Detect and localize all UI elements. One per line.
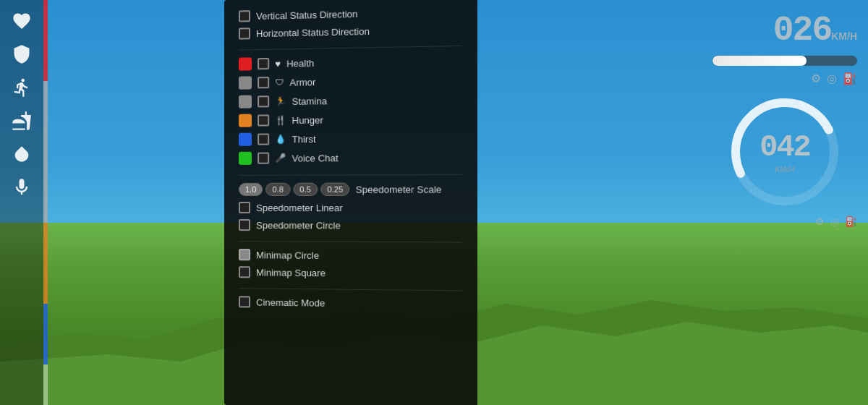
left-hud — [0, 0, 43, 405]
health-checkbox[interactable] — [258, 58, 269, 69]
stamina-row: 🏃 Stamina — [239, 93, 461, 108]
minimap-square-row: Minimap Square — [239, 266, 461, 280]
armor-color[interactable] — [239, 76, 252, 89]
hunger-label: Hunger — [292, 114, 323, 126]
speedometer-linear-row: Speedometer Linear — [239, 202, 461, 213]
settings-panel: Vertical Status Direction Horizontal Sta… — [224, 0, 477, 405]
armor-icon: 🛡 — [275, 77, 284, 88]
horizontal-status-row: Horizontal Status Direction — [239, 23, 461, 40]
armor-bar — [43, 81, 48, 162]
speed-circle-container: 042 KM/H — [727, 94, 843, 210]
voice-bar — [43, 364, 48, 405]
thirst-icon: 💧 — [275, 134, 286, 144]
cinematic-mode-row: Cinematic Mode — [239, 296, 461, 310]
speedometer-circle-row: Speedometer Circle — [239, 219, 461, 231]
minimap-circle-label: Minimap Circle — [256, 250, 319, 261]
separator-2 — [239, 174, 461, 176]
thirst-row: 💧 Thirst — [239, 131, 461, 146]
right-hud: 026KM/H ⚙ ◎ ⛽ 042 KM/H ⚙ ◎ ⛽ — [702, 0, 868, 405]
cinematic-mode-label: Cinematic Mode — [256, 297, 325, 308]
speedometer-section: 1.0 0.8 0.5 0.25 Speedometer Scale Speed… — [239, 182, 461, 231]
vehicle-icons-bottom: ⚙ ◎ ⛽ — [712, 216, 857, 227]
speedometer-linear-label: Speedometer Linear — [256, 202, 343, 213]
stamina-bar — [43, 162, 48, 223]
stamina-checkbox[interactable] — [258, 95, 269, 107]
scale-05-button[interactable]: 0.5 — [293, 183, 318, 196]
hunger-checkbox[interactable] — [258, 114, 269, 126]
speed-value-top: 026 — [773, 11, 831, 50]
vertical-status-label: Vertical Status Direction — [256, 8, 357, 21]
scale-08-button[interactable]: 0.8 — [265, 183, 290, 196]
hunger-bar — [43, 223, 48, 304]
status-bars — [43, 0, 48, 405]
health-icon: ♥ — [275, 58, 281, 69]
scale-buttons-group: 1.0 0.8 0.5 0.25 — [239, 183, 350, 196]
armor-row: 🛡 Armor — [239, 73, 461, 90]
hunger-row: 🍴 Hunger — [239, 111, 461, 127]
hunger-color[interactable] — [239, 114, 252, 127]
speed-bar-fill — [712, 56, 807, 66]
thirst-label: Thirst — [292, 133, 316, 144]
stamina-icon — [12, 77, 32, 98]
misc-section: Cinematic Mode — [239, 296, 461, 310]
speed-digital-center: 042 KM/H — [760, 130, 810, 174]
speed-unit-top: KM/H — [831, 30, 857, 42]
minimap-square-label: Minimap Square — [256, 267, 326, 278]
armor-icon — [12, 44, 32, 64]
fuel-icon-bottom: ⛽ — [845, 216, 857, 227]
minimap-circle-row: Minimap Circle — [239, 249, 461, 262]
speed-value-center: 042 — [760, 130, 810, 165]
speedometer-circle-label: Speedometer Circle — [256, 220, 341, 231]
separator-4 — [239, 288, 461, 291]
vehicle-icons-top: ⚙ ◎ ⛽ — [712, 72, 857, 85]
hunger-icon — [12, 111, 32, 131]
headlight-icon-bottom: ◎ — [830, 216, 839, 227]
fuel-icon: ⛽ — [843, 72, 857, 85]
vertical-status-checkbox[interactable] — [239, 10, 250, 22]
thirst-icon — [12, 144, 32, 164]
thirst-checkbox[interactable] — [258, 133, 269, 145]
speed-bar-container — [712, 56, 857, 66]
horizontal-status-label: Horizontal Status Direction — [256, 25, 370, 38]
minimap-circle-checkbox[interactable] — [239, 249, 250, 260]
speedometer-circle-checkbox[interactable] — [239, 219, 250, 231]
voice-checkbox[interactable] — [258, 153, 269, 164]
scale-1-button[interactable]: 1.0 — [239, 183, 263, 196]
voice-chat-row: 🎤 Voice Chat — [239, 150, 461, 165]
separator-3 — [239, 241, 461, 242]
speedometer-scale-row: 1.0 0.8 0.5 0.25 Speedometer Scale — [239, 182, 461, 196]
status-indicators-section: ♥ Health 🛡 Armor 🏃 Stamina 🍴 Hunger — [239, 54, 461, 165]
minimap-section: Minimap Circle Minimap Square — [239, 249, 461, 280]
horizontal-status-checkbox[interactable] — [239, 27, 250, 39]
minimap-square-checkbox[interactable] — [239, 266, 250, 278]
voice-label: Voice Chat — [292, 153, 339, 164]
speedometer-scale-label: Speedometer Scale — [356, 184, 442, 195]
hunger-icon: 🍴 — [275, 115, 286, 125]
headlight-icon: ◎ — [827, 72, 837, 85]
voice-icon — [12, 177, 32, 197]
engine-icon-bottom: ⚙ — [815, 216, 825, 227]
heart-icon — [12, 11, 32, 31]
health-label: Health — [286, 57, 314, 69]
health-color[interactable] — [239, 57, 252, 70]
status-direction-section: Vertical Status Direction Horizontal Sta… — [239, 5, 461, 39]
thirst-color[interactable] — [239, 133, 252, 146]
stamina-color[interactable] — [239, 95, 252, 108]
stamina-icon: 🏃 — [275, 96, 286, 106]
thirst-bar — [43, 304, 48, 364]
armor-label: Armor — [289, 77, 315, 88]
vertical-status-row: Vertical Status Direction — [239, 5, 461, 22]
engine-icon: ⚙ — [811, 72, 821, 85]
speed-digital-top: 026KM/H — [712, 11, 857, 50]
separator-1 — [239, 46, 461, 51]
armor-checkbox[interactable] — [258, 77, 269, 88]
scale-025-button[interactable]: 0.25 — [320, 183, 349, 196]
stamina-label: Stamina — [292, 95, 328, 107]
speedometer-linear-checkbox[interactable] — [239, 202, 250, 213]
voice-icon: 🎤 — [275, 153, 286, 163]
health-row: ♥ Health — [239, 54, 461, 70]
speed-unit-center: KM/H — [760, 165, 810, 174]
cinematic-mode-checkbox[interactable] — [239, 296, 250, 307]
health-bar — [43, 0, 48, 81]
voice-color[interactable] — [239, 152, 252, 165]
